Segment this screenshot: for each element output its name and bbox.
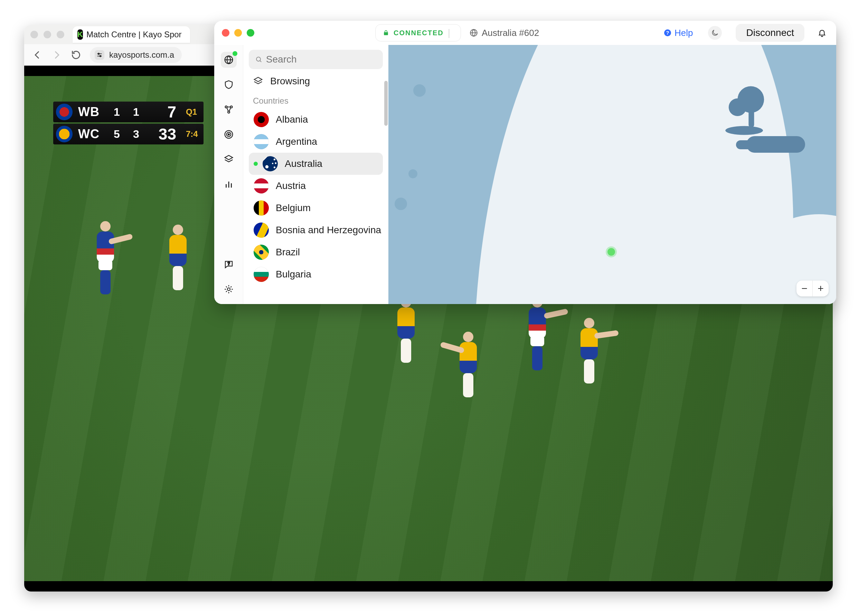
appearance-toggle[interactable]	[708, 26, 722, 40]
site-settings-icon[interactable]	[95, 50, 105, 60]
chat-help-icon: ?	[223, 259, 234, 270]
country-name: Australia	[285, 158, 322, 169]
map-cloud-icon	[746, 136, 805, 153]
player	[581, 318, 598, 384]
browser-tab-active[interactable]: K Match Centre | Kayo Spor	[73, 26, 190, 43]
svg-text:?: ?	[227, 261, 230, 266]
window-zoom-button[interactable]	[247, 29, 254, 37]
scoreboard-row: WC 5 3 33 7:4	[53, 124, 203, 144]
country-row-ar[interactable]: Argentina	[249, 131, 383, 153]
vpn-body: ? Browsing Countries AlbaniaArgentinaAus…	[214, 45, 836, 304]
map-zoom-controls: − +	[796, 281, 829, 297]
svg-point-19	[256, 57, 261, 61]
search-input[interactable]	[266, 54, 377, 65]
country-name: Brazil	[276, 247, 300, 258]
country-row-bg[interactable]: Bulgaria	[249, 263, 383, 286]
player	[169, 225, 187, 290]
country-row-ba[interactable]: Bosnia and Herzegovina	[249, 219, 383, 241]
country-row-br[interactable]: Brazil	[249, 241, 383, 263]
countries-heading: Countries	[249, 90, 383, 108]
country-name: Belgium	[276, 203, 311, 214]
player	[397, 297, 415, 363]
vpn-map[interactable]: − +	[389, 45, 836, 304]
flag-icon	[254, 267, 269, 282]
browser-window-controls[interactable]	[30, 31, 64, 38]
team-stat: 1	[110, 106, 124, 119]
team-total: 7	[148, 103, 176, 121]
map-dot	[413, 84, 426, 97]
team-abbr: WB	[78, 105, 105, 119]
country-row-al[interactable]: Albania	[249, 108, 383, 131]
address-bar[interactable]: kayosports.com.a	[90, 47, 182, 63]
svg-point-13	[228, 134, 229, 135]
map-dot	[395, 198, 407, 210]
globe-icon	[223, 55, 234, 65]
flag-icon	[254, 245, 269, 260]
current-server-label[interactable]: Australia #602	[469, 28, 539, 38]
globe-icon	[469, 28, 478, 37]
tab-title: Match Centre | Kayo Spor	[86, 30, 182, 39]
rail-support[interactable]: ?	[221, 256, 237, 272]
rail-radar[interactable]	[221, 126, 237, 142]
vpn-window: CONNECTED | Australia #602 ? Help Discon…	[214, 21, 836, 304]
disconnect-button[interactable]: Disconnect	[736, 24, 804, 42]
country-row-at[interactable]: Austria	[249, 175, 383, 197]
team-logo-wc	[56, 126, 73, 142]
zoom-in-button[interactable]: +	[813, 281, 829, 297]
connection-status-text: CONNECTED	[393, 29, 444, 37]
zoom-out-button[interactable]: −	[796, 281, 812, 297]
connection-status-pill: CONNECTED |	[375, 24, 461, 41]
rail-servers[interactable]	[221, 52, 237, 68]
flag-icon	[254, 223, 269, 238]
svg-text:?: ?	[666, 30, 669, 36]
team-stat: 3	[129, 128, 143, 140]
server-search[interactable]	[249, 50, 383, 69]
team-stat: 1	[129, 106, 143, 119]
svg-point-2	[98, 53, 100, 54]
browser-dot-max[interactable]	[57, 31, 64, 38]
nav-reload-button[interactable]	[70, 49, 81, 61]
scrollbar-thumb[interactable]	[384, 81, 388, 126]
notifications-button[interactable]	[818, 28, 827, 37]
rail-settings[interactable]	[221, 281, 237, 297]
connected-dot	[254, 162, 258, 166]
nav-back-button[interactable]	[32, 49, 43, 61]
player	[529, 297, 546, 370]
flag-icon	[254, 134, 269, 149]
map-dot	[408, 169, 417, 178]
country-row-be[interactable]: Belgium	[249, 197, 383, 219]
team-stat: 5	[110, 128, 124, 140]
country-list[interactable]: AlbaniaArgentinaAustraliaAustriaBelgiumB…	[249, 108, 383, 304]
svg-point-24	[725, 126, 763, 135]
radar-icon	[223, 129, 234, 140]
window-close-button[interactable]	[222, 29, 229, 37]
browser-dot-close[interactable]	[30, 31, 38, 38]
preset-browsing[interactable]: Browsing	[249, 69, 383, 90]
country-row-au[interactable]: Australia	[249, 153, 383, 175]
svg-point-3	[100, 55, 101, 57]
preset-label: Browsing	[270, 76, 310, 87]
lock-icon	[382, 30, 389, 36]
rail-mesh[interactable]	[221, 101, 237, 117]
rail-stats[interactable]	[221, 176, 237, 192]
svg-point-18	[227, 288, 230, 290]
clock-label: 7:4	[186, 129, 198, 139]
team-logo-wb	[56, 104, 73, 120]
help-label: Help	[674, 28, 693, 38]
rail-shield[interactable]	[221, 77, 237, 93]
layers-icon	[252, 75, 264, 87]
country-name: Bulgaria	[276, 269, 311, 280]
scoreboard-row: WB 1 1 7 Q1	[53, 101, 203, 122]
mesh-icon	[223, 105, 234, 115]
address-text: kayosports.com.a	[109, 50, 174, 60]
window-minimize-button[interactable]	[234, 29, 242, 37]
server-location-marker[interactable]	[607, 248, 615, 256]
rail-layers[interactable]	[221, 151, 237, 167]
country-name: Austria	[276, 180, 306, 191]
vpn-server-panel: Browsing Countries AlbaniaArgentinaAustr…	[243, 45, 389, 304]
vpn-window-controls[interactable]	[222, 29, 254, 37]
help-link[interactable]: ? Help	[663, 28, 693, 38]
nav-forward-button[interactable]	[51, 49, 62, 61]
browser-dot-min[interactable]	[44, 31, 51, 38]
player	[460, 332, 477, 397]
